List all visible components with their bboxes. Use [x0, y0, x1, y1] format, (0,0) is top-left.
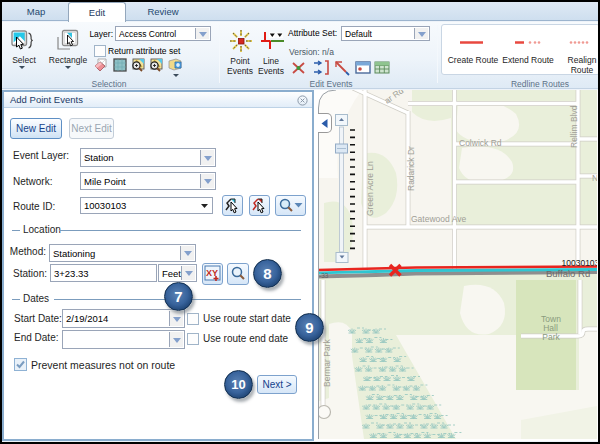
svg-text:Park: Park	[542, 332, 560, 342]
svg-text:N: N	[592, 173, 598, 183]
svg-text:Gatewood Ave: Gatewood Ave	[411, 214, 466, 224]
svg-text:Rellim Blvd: Rellim Blvd	[569, 105, 579, 148]
svg-text:Radarick Dr: Radarick Dr	[406, 146, 416, 191]
svg-text:Bermar Park: Bermar Park	[322, 339, 332, 387]
svg-text:Colwick Rd: Colwick Rd	[459, 138, 502, 148]
svg-text:-33: -33	[319, 272, 329, 279]
svg-text:10030103: 10030103	[562, 258, 599, 268]
svg-text:Green Acre Ln: Green Acre Ln	[365, 161, 375, 216]
svg-text:Buffalo Rd: Buffalo Rd	[546, 268, 590, 279]
